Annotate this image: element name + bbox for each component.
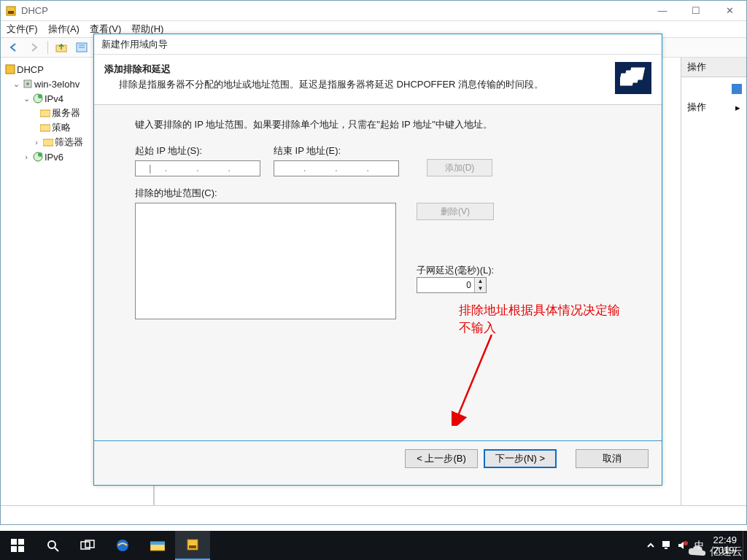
dhcp-app-icon (5, 5, 17, 17)
subnet-delay-label: 子网延迟(毫秒)(L): (417, 265, 494, 276)
show-desktop-button[interactable] (743, 531, 747, 560)
search-icon[interactable] (35, 531, 70, 560)
svg-rect-1 (8, 11, 14, 14)
svg-rect-15 (43, 139, 53, 146)
start-ip-label: 起始 IP 地址(S): (135, 144, 260, 158)
svg-rect-32 (150, 542, 165, 545)
end-ip-input[interactable]: . . . (274, 160, 399, 176)
wizard-subheading: 排除是指服务器不分配的地址或地址范围。延迟是指服务器将延迟 DHCPOFFER … (104, 77, 608, 93)
dhcp-icon (4, 64, 17, 74)
folder-up-icon[interactable] (53, 40, 70, 55)
wizard-footer: < 上一步(B) 下一步(N) > 取消 (94, 440, 662, 475)
forward-icon[interactable] (26, 40, 43, 55)
statusbar (1, 505, 746, 524)
expand-icon[interactable]: › (21, 152, 31, 161)
wizard-banner-icon (615, 62, 651, 94)
back-icon[interactable] (5, 40, 23, 55)
taskbar: 中 22:49 2019/ (0, 531, 747, 560)
subnet-delay-input[interactable]: 0 ▲ ▼ (417, 277, 487, 293)
svg-rect-23 (18, 539, 24, 545)
excluded-range-list[interactable] (135, 203, 396, 319)
annotation-arrow-icon (452, 331, 495, 426)
delete-button[interactable]: 删除(V) (417, 203, 494, 220)
add-button[interactable]: 添加(D) (427, 159, 492, 176)
folder-icon (39, 123, 52, 132)
menu-file[interactable]: 文件(F) (7, 23, 38, 36)
wizard-heading: 添加排除和延迟 (104, 62, 608, 77)
titlebar: DHCP — ☐ ✕ (1, 1, 746, 21)
svg-rect-34 (189, 545, 196, 548)
watermark: 亿速云 (686, 544, 743, 559)
svg-rect-24 (11, 546, 17, 552)
network-icon[interactable] (659, 531, 675, 560)
maximize-button[interactable]: ☐ (679, 1, 713, 21)
svg-rect-22 (11, 539, 17, 545)
svg-point-17 (38, 152, 42, 157)
menu-action[interactable]: 操作(A) (48, 23, 80, 36)
properties-icon[interactable] (73, 40, 90, 55)
wizard-header: 添加排除和延迟 排除是指服务器不分配的地址或地址范围。延迟是指服务器将延迟 DH… (94, 55, 662, 105)
expand-icon[interactable]: › (31, 138, 42, 147)
wizard-body: 键入要排除的 IP 地址范围。如果要排除单个地址，只需在"起始 IP 地址"中键… (94, 105, 662, 440)
close-button[interactable]: ✕ (713, 1, 746, 21)
next-button[interactable]: 下一步(N) > (484, 449, 557, 468)
window-title: DHCP (21, 5, 48, 16)
task-view-icon[interactable] (70, 531, 105, 560)
wizard-instruction: 键入要排除的 IP 地址范围。如果要排除单个地址，只需在"起始 IP 地址"中键… (135, 118, 621, 131)
spin-down-icon[interactable]: ▼ (475, 285, 486, 292)
spin-up-icon[interactable]: ▲ (475, 278, 486, 285)
svg-point-10 (26, 82, 29, 85)
svg-rect-8 (6, 65, 15, 74)
svg-rect-25 (18, 546, 24, 552)
collapse-actions-icon[interactable] (732, 84, 742, 94)
dhcp-task-icon[interactable] (175, 531, 210, 560)
folder-icon (39, 109, 52, 117)
svg-rect-20 (629, 68, 644, 79)
ipv6-icon (31, 152, 44, 162)
back-button[interactable]: < 上一步(B) (405, 449, 478, 468)
svg-line-21 (457, 335, 492, 417)
svg-point-12 (38, 94, 42, 98)
explorer-icon[interactable] (140, 531, 175, 560)
svg-rect-13 (40, 110, 50, 117)
svg-rect-35 (662, 541, 670, 547)
collapse-icon[interactable]: ⌄ (11, 79, 21, 89)
end-ip-label: 结束 IP 地址(E): (274, 144, 399, 158)
collapse-icon[interactable]: ⌄ (21, 94, 31, 104)
cloud-icon (686, 544, 707, 559)
actions-pane: 操作 操作 ▸ (681, 58, 746, 505)
actions-more[interactable]: 操作 ▸ (681, 98, 746, 117)
start-ip-input[interactable]: |. . . (135, 160, 260, 176)
ie-icon[interactable] (105, 531, 140, 560)
actions-header: 操作 (681, 58, 746, 77)
start-button[interactable] (0, 531, 35, 560)
folder-icon (42, 138, 55, 147)
cancel-button[interactable]: 取消 (576, 449, 649, 468)
svg-point-26 (48, 541, 55, 548)
minimize-button[interactable]: — (646, 1, 679, 21)
tray-chevron-icon[interactable] (643, 531, 659, 560)
wizard-title: 新建作用域向导 (94, 34, 662, 55)
chevron-right-icon: ▸ (735, 102, 740, 113)
new-scope-wizard: 新建作用域向导 添加排除和延迟 排除是指服务器不分配的地址或地址范围。延迟是指服… (93, 34, 662, 486)
svg-rect-36 (665, 548, 667, 549)
ipv4-icon (31, 93, 44, 104)
svg-line-27 (55, 548, 58, 551)
svg-rect-14 (40, 125, 50, 131)
server-icon (21, 79, 34, 89)
excluded-range-label: 排除的地址范围(C): (135, 187, 217, 198)
